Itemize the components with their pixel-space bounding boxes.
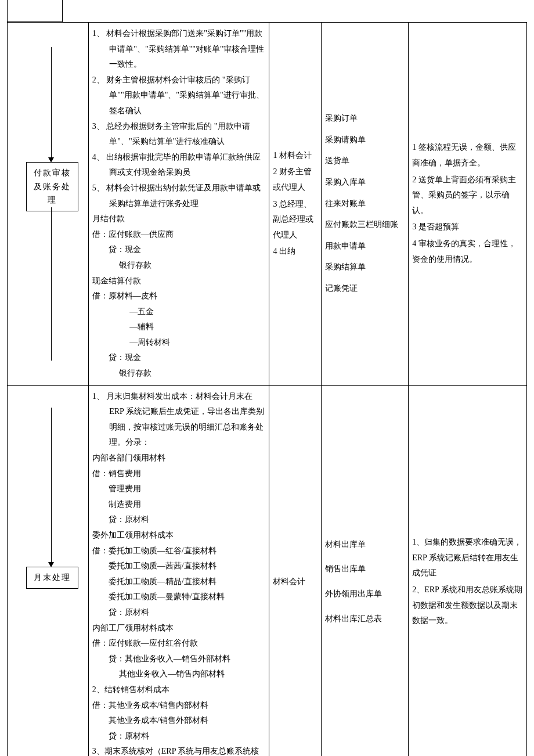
doc-item: 材料出库汇总表 [325, 611, 405, 627]
desc-line: 借：原材料—皮料 [92, 289, 266, 304]
desc-line: 其他业务收入—销售内部材料 [92, 667, 266, 682]
desc-line: 3、 总经办根据财务主管审批后的 "用款申请单"、"采购结算单"进行核准确认 [92, 119, 266, 150]
flow-line [51, 207, 52, 361]
doc-item: 应付账款三栏明细账 [325, 217, 405, 233]
flowchart-2: 月末处理 [11, 408, 85, 756]
desc-line: 其他业务成本/销售外部材料 [92, 713, 266, 729]
top-empty-cell [7, 0, 63, 22]
doc-item: 外协领用出库单 [325, 586, 405, 602]
role-item: 4 出纳 [273, 244, 317, 260]
step-box-monthend: 月末处理 [26, 567, 78, 589]
note-item: 3 是否超预算 [412, 219, 523, 235]
doc-item: 用款申请单 [325, 239, 405, 254]
desc-line: 委托加工物质—曼蒙特/直接材料 [92, 589, 266, 605]
docs-cell-2: 材料出库单销售出库单外协领用出库单材料出库汇总表 [322, 385, 409, 756]
description-cell-2: 1、 月末归集材料发出成本：材料会计月末在 ERP 系统记账后生成凭证，导出各出… [88, 385, 269, 756]
desc-line: 银行存款 [92, 258, 266, 273]
step-label: 月末处理 [34, 573, 71, 582]
desc-line: —周转材料 [92, 335, 266, 351]
desc-line: 1、 月末归集材料发出成本：材料会计月末在 ERP 系统记账后生成凭证，导出各出… [92, 389, 266, 451]
desc-line: 委托加工物质—茜茜/直接材料 [92, 559, 266, 574]
desc-line: 贷：原材料 [92, 605, 266, 621]
role-item: 3 总经理、副总经理或代理人 [273, 197, 317, 243]
desc-line: 内部工厂领用材料成本 [92, 621, 266, 636]
desc-line: 贷：原材料 [92, 512, 266, 528]
desc-line: 5、 材料会计根据出纳付款凭证及用款申请单或采购结算单进行账务处理 [92, 181, 266, 211]
desc-line: 借：应付账款—应付红谷付款 [92, 636, 266, 651]
desc-line: 4、 出纳根据审批完毕的用款申请单汇款给供应商或支付现金给采购员 [92, 150, 266, 181]
desc-line: 借：委托加工物质—红谷/直接材料 [92, 543, 266, 559]
doc-item: 材料出库单 [325, 537, 405, 553]
step-label: 付款审核及账务处理 [34, 168, 71, 205]
desc-line: 银行存款 [92, 366, 266, 381]
desc-line: 委托加工物质—精品/直接材料 [92, 574, 266, 590]
desc-line: 贷：其他业务收入—销售外部材料 [92, 651, 266, 667]
desc-line: 月结付款 [92, 211, 266, 227]
notes-cell-1: 1 签核流程无误，金额、供应商准确，单据齐全。2 送货单上背面必须有采购主管、采… [409, 23, 527, 386]
doc-item: 记账凭证 [325, 281, 405, 297]
role-item: 1 材料会计 [273, 148, 317, 164]
desc-line: 2、结转销售材料成本 [92, 682, 266, 698]
desc-line: 管理费用 [92, 481, 266, 497]
desc-line: —五金 [92, 304, 266, 320]
doc-item: 往来对账单 [325, 196, 405, 212]
desc-line: 3、期末系统核对（ERP 系统与用友总账系统核对一致） [92, 744, 266, 756]
doc-item: 销售出库单 [325, 561, 405, 577]
desc-line: 借：销售费用 [92, 466, 266, 482]
desc-line: 1、 材料会计根据采购部门送来"采购订单""用款申请单"、"采购结算单""对账单… [92, 26, 266, 73]
note-item: 2、ERP 系统和用友总账系统期初数据和发生额数据以及期末数据一致。 [412, 582, 523, 629]
desc-line: 2、 财务主管根据材料会计审核后的 "采购订单""用款申请单"、"采购结算单"进… [92, 73, 266, 119]
note-item: 2 送货单上背面必须有采购主管、采购员的签字，以示确认。 [412, 172, 523, 219]
desc-line: 贷：原材料 [92, 729, 266, 744]
desc-line: —辅料 [92, 319, 266, 335]
flow-cell-2: 月末处理 [8, 385, 89, 756]
role-cell-1: 1 材料会计2 财务主管或代理人3 总经理、副总经理或代理人4 出纳 [269, 23, 322, 386]
role-item: 2 财务主管或代理人 [273, 164, 317, 195]
table-row: 月末处理 1、 月末归集材料发出成本：材料会计月末在 ERP 系统记账后生成凭证… [8, 385, 527, 756]
docs-cell-1: 采购订单采购请购单送货单采购入库单往来对账单应付账款三栏明细账用款申请单采购结算… [322, 23, 409, 386]
desc-line: 贷：现金 [92, 242, 266, 258]
note-item: 1、归集的数据要求准确无误，ERP 系统记账后结转在用友生成凭证 [412, 535, 523, 581]
doc-item: 送货单 [325, 153, 405, 169]
page: 付款审核及账务处理 1、 材料会计根据采购部门送来"采购订单""用款申请单"、"… [0, 0, 534, 756]
desc-line: 借：其他业务成本/销售内部材料 [92, 698, 266, 714]
role-cell-2: 材料会计 [269, 385, 322, 756]
desc-line: 贷：现金 [92, 350, 266, 366]
flowchart-1: 付款审核及账务处理 [11, 47, 85, 361]
description-cell-1: 1、 材料会计根据采购部门送来"采购订单""用款申请单"、"采购结算单""对账单… [88, 23, 269, 386]
desc-line: 现金结算付款 [92, 273, 266, 289]
table-row: 付款审核及账务处理 1、 材料会计根据采购部门送来"采购订单""用款申请单"、"… [8, 23, 527, 386]
desc-line: 制造费用 [92, 497, 266, 513]
flow-line [51, 47, 52, 161]
doc-item: 采购入库单 [325, 175, 405, 190]
note-item: 1 签核流程无误，金额、供应商准确，单据齐全。 [412, 140, 523, 171]
process-table: 付款审核及账务处理 1、 材料会计根据采购部门送来"采购订单""用款申请单"、"… [7, 22, 527, 756]
desc-line: 内部各部门领用材料 [92, 451, 266, 466]
step-box-payment: 付款审核及账务处理 [26, 162, 78, 211]
desc-line: 借：应付账款—供应商 [92, 227, 266, 243]
doc-item: 采购订单 [325, 111, 405, 127]
note-item: 4 审核业务的真实，合理性，资金的使用情况。 [412, 236, 523, 267]
flow-cell-1: 付款审核及账务处理 [8, 23, 89, 386]
notes-cell-2: 1、归集的数据要求准确无误，ERP 系统记账后结转在用友生成凭证2、ERP 系统… [409, 385, 527, 756]
desc-line: 委外加工领用材料成本 [92, 528, 266, 543]
flow-line [51, 408, 52, 566]
doc-item: 采购请购单 [325, 132, 405, 148]
doc-item: 采购结算单 [325, 260, 405, 275]
role-item: 材料会计 [273, 574, 317, 590]
